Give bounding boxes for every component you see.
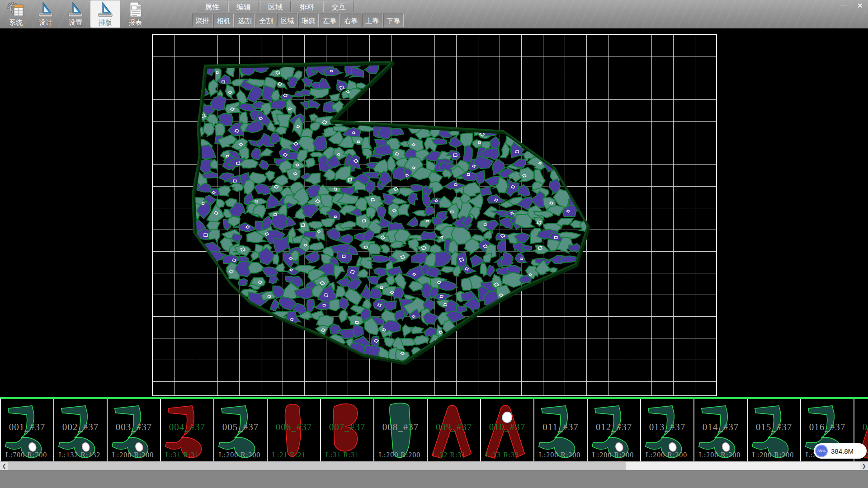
thumbnail-cell[interactable]: 009_#37 L:32 R:31 bbox=[428, 399, 481, 461]
piece-lr-count: L:132 R:132 bbox=[59, 451, 100, 459]
piece-id-label: 007_#37 bbox=[321, 422, 373, 433]
piece-lr-count: L:200 R:200 bbox=[646, 451, 687, 459]
memory-value: 384.8M bbox=[831, 447, 854, 455]
main-button-design[interactable]: 设计 bbox=[31, 0, 61, 28]
set-square-icon bbox=[37, 1, 55, 19]
thumbnail-cell[interactable]: 013_#37 L:200 R:200 bbox=[641, 399, 694, 461]
thumbnail-cell[interactable]: 004_#37 L:31 R:31 bbox=[161, 399, 214, 461]
tool-button-align-bottom[interactable]: 下靠 bbox=[383, 14, 404, 27]
piece-id-label: 006_#37 bbox=[268, 422, 320, 433]
piece-lr-count: L:200 R:200 bbox=[539, 451, 580, 459]
menu-tab-edit[interactable]: 编辑 bbox=[228, 1, 259, 12]
tool-button-align-left[interactable]: 左靠 bbox=[320, 14, 340, 27]
tool-button-align-top[interactable]: 上靠 bbox=[362, 14, 382, 27]
tool-button-bar: 聚排 相机 选割 全割 区域 瑕疵 左靠 右靠 上靠 下靠 bbox=[192, 14, 404, 27]
piece-lr-count: L:21 R:21 bbox=[272, 451, 306, 459]
gear-table-icon bbox=[7, 1, 25, 19]
piece-lr-count: L:700 R:700 bbox=[5, 451, 47, 459]
piece-id-label: 017_#37 bbox=[854, 422, 868, 433]
piece-id-label: 013_#37 bbox=[641, 422, 693, 433]
thumbnail-cell[interactable]: 007_#37 L:31 R:31 bbox=[321, 399, 374, 461]
main-button-settings[interactable]: 设置 bbox=[61, 0, 90, 28]
tool-button-region[interactable]: 区域 bbox=[277, 14, 297, 27]
piece-lr-count: L:33 R:33 bbox=[486, 451, 519, 459]
thumbnail-cell[interactable]: 008_#37 L:200 R:200 bbox=[374, 399, 428, 461]
thumbnail-cell[interactable]: 015_#37 L:200 R:200 bbox=[748, 399, 801, 461]
menu-tab-region[interactable]: 区域 bbox=[260, 1, 291, 12]
piece-lr-count: L:200 R:200 bbox=[592, 451, 634, 459]
thumbnail-cell[interactable]: 002_#37 L:132 R:132 bbox=[54, 399, 108, 461]
progress-circle: 38% bbox=[815, 445, 828, 457]
set-square-icon bbox=[96, 1, 114, 19]
piece-thumbnail-strip: 001_#37 L:700 R:700 002_#37 L:132 R:132 … bbox=[0, 397, 868, 461]
tool-button-select-cut[interactable]: 选割 bbox=[235, 14, 255, 27]
main-button-label: 设计 bbox=[39, 19, 52, 26]
main-button-report[interactable]: 报表 bbox=[120, 0, 150, 28]
ribbon: 系统 设计 设置 bbox=[0, 0, 868, 28]
piece-id-label: 003_#37 bbox=[108, 422, 160, 433]
thumbnail-cell[interactable]: 003_#37 L:200 R:200 bbox=[108, 399, 161, 461]
piece-lr-count: L:31 R:31 bbox=[165, 451, 199, 459]
report-doc-icon bbox=[126, 1, 144, 19]
piece-lr-count: L:31 R:31 bbox=[326, 451, 359, 459]
piece-id-label: 014_#37 bbox=[694, 422, 747, 433]
piece-id-label: 001_#37 bbox=[1, 422, 53, 433]
menu-tab-properties[interactable]: 属性 bbox=[197, 1, 227, 12]
piece-id-label: 009_#37 bbox=[428, 422, 480, 433]
piece-lr-count: L:200 R:200 bbox=[699, 451, 741, 459]
piece-lr-count: L:200 R:200 bbox=[752, 451, 794, 459]
close-button[interactable]: ✕ bbox=[854, 1, 866, 11]
minimize-button[interactable]: — bbox=[837, 1, 850, 11]
piece-id-label: 005_#37 bbox=[214, 422, 267, 433]
main-button-label: 报表 bbox=[128, 19, 142, 26]
main-button-label: 系统 bbox=[9, 19, 23, 26]
window-controls: — ✕ bbox=[837, 1, 866, 11]
piece-id-label: 002_#37 bbox=[54, 422, 107, 433]
main-button-layout[interactable]: 排版 bbox=[90, 0, 120, 28]
thumbnail-cell[interactable]: 011_#37 L:200 R:200 bbox=[534, 399, 588, 461]
status-bar bbox=[0, 470, 868, 488]
menu-tab-nesting[interactable]: 排料 bbox=[292, 1, 322, 12]
main-button-bar: 系统 设计 设置 bbox=[1, 0, 150, 28]
tool-button-cut-all[interactable]: 全割 bbox=[256, 14, 276, 27]
tool-button-camera[interactable]: 相机 bbox=[213, 14, 234, 27]
piece-id-label: 015_#37 bbox=[748, 422, 800, 433]
tool-button-cluster-nest[interactable]: 聚排 bbox=[192, 14, 212, 27]
menu-tab-bar: 属性 编辑 区域 排料 交互 bbox=[197, 1, 354, 12]
thumbnail-cell[interactable]: 006_#37 L:21 R:21 bbox=[268, 399, 321, 461]
nesting-canvas[interactable] bbox=[0, 28, 868, 397]
piece-id-label: 008_#37 bbox=[374, 422, 427, 433]
piece-lr-count: L:32 R:31 bbox=[432, 451, 466, 459]
piece-lr-count: L:200 R:200 bbox=[112, 451, 154, 459]
piece-id-label: 004_#37 bbox=[161, 422, 213, 433]
set-square-icon bbox=[66, 1, 85, 19]
scrollbar-thumb[interactable] bbox=[8, 462, 626, 470]
piece-id-label: 010_#37 bbox=[481, 422, 533, 433]
menu-tab-interact[interactable]: 交互 bbox=[323, 1, 354, 12]
main-button-label: 排版 bbox=[99, 19, 112, 26]
piece-id-label: 016_#37 bbox=[801, 422, 854, 433]
piece-id-label: 011_#37 bbox=[534, 422, 587, 433]
memory-overlay-badge[interactable]: 38% 384.8M bbox=[814, 443, 867, 459]
thumbnail-cell[interactable]: 001_#37 L:700 R:700 bbox=[1, 399, 54, 461]
horizontal-scrollbar[interactable]: ❮ ❯ bbox=[0, 461, 868, 470]
piece-id-label: 012_#37 bbox=[588, 422, 640, 433]
main-button-label: 设置 bbox=[69, 19, 82, 26]
tool-button-defect[interactable]: 瑕疵 bbox=[298, 14, 319, 27]
piece-lr-count: L:200 R:200 bbox=[219, 451, 260, 459]
thumbnail-cell[interactable]: 005_#37 L:200 R:200 bbox=[214, 399, 268, 461]
thumbnail-cell[interactable]: 012_#37 L:200 R:200 bbox=[588, 399, 641, 461]
thumbnail-cell[interactable]: 010_#37 L:33 R:33 bbox=[481, 399, 534, 461]
thumbnail-cell[interactable]: 014_#37 L:200 R:200 bbox=[694, 399, 748, 461]
tool-button-align-right[interactable]: 右靠 bbox=[341, 14, 361, 27]
scroll-left-arrow-icon[interactable]: ❮ bbox=[0, 462, 8, 470]
scroll-right-arrow-icon[interactable]: ❯ bbox=[860, 462, 868, 470]
piece-lr-count: L:200 R:200 bbox=[379, 451, 420, 459]
main-button-system[interactable]: 系统 bbox=[1, 0, 31, 28]
